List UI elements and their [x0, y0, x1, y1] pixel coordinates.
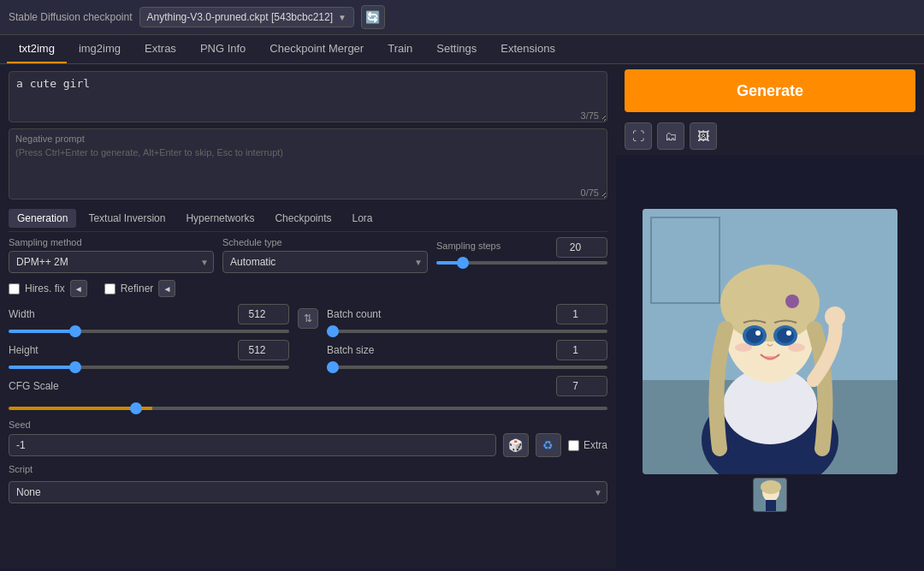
subtab-hypernetworks[interactable]: Hypernetworks — [177, 209, 263, 228]
batch-count-input[interactable] — [556, 304, 607, 324]
image-display — [616, 155, 924, 568]
cfg-scale-input[interactable] — [556, 376, 607, 396]
height-control: Height — [9, 340, 289, 369]
fullscreen-icon: ⛶ — [632, 129, 644, 143]
height-batch-size-row: Height Batch size — [9, 340, 607, 369]
width-slider[interactable] — [9, 330, 289, 333]
height-input[interactable] — [238, 340, 289, 360]
generate-area: Generate — [616, 64, 924, 117]
hires-refiner-row: Hires. fix ◄ Refiner ◄ — [9, 280, 607, 297]
svg-rect-22 — [766, 500, 776, 512]
save-image-icon: 🖼 — [697, 129, 709, 143]
sampling-steps-label: Sampling steps — [436, 241, 500, 251]
generate-button[interactable]: Generate — [625, 69, 915, 112]
subtab-lora[interactable]: Lora — [344, 209, 382, 228]
seed-row: Seed 🎲 ♻ Extra — [9, 419, 607, 457]
extra-seed-label: Extra — [583, 439, 607, 451]
width-label: Width — [9, 308, 103, 320]
tab-extras[interactable]: Extras — [133, 35, 188, 63]
subtab-checkpoints[interactable]: Checkpoints — [266, 209, 340, 228]
batch-size-label: Batch size — [327, 344, 421, 356]
negative-prompt-area: Negative prompt (Press Ctrl+Enter to gen… — [9, 128, 607, 202]
sampling-method-wrapper: DPM++ 2M Euler a Euler LMS ▼ — [9, 251, 214, 273]
schedule-type-label: Schedule type — [222, 237, 428, 247]
negative-prompt-input[interactable] — [9, 128, 607, 199]
subtab-textual-inversion[interactable]: Textual Inversion — [80, 209, 174, 228]
width-batch-count-row: Width ⇅ Batch count — [9, 304, 607, 333]
svg-point-16 — [785, 294, 799, 308]
schedule-type-select[interactable]: Automatic Uniform Karras — [222, 251, 428, 273]
svg-point-18 — [788, 343, 805, 352]
swap-icon: ⇅ — [304, 312, 312, 324]
width-input[interactable] — [238, 304, 289, 324]
batch-count-control: Batch count — [327, 304, 607, 333]
sampling-steps-input[interactable] — [556, 237, 607, 258]
dice-button[interactable]: 🎲 — [503, 433, 529, 457]
hires-fix-label: Hires. fix — [25, 283, 65, 294]
svg-point-11 — [746, 328, 763, 343]
sampling-method-select[interactable]: DPM++ 2M Euler a Euler LMS — [9, 251, 214, 273]
refresh-checkpoint-button[interactable]: 🔄 — [361, 5, 385, 29]
schedule-type-col: Schedule type Automatic Uniform Karras ▼ — [222, 237, 428, 273]
folder-icon: 🗂 — [665, 129, 677, 143]
tab-checkpoint-merger[interactable]: Checkpoint Merger — [258, 35, 376, 63]
tab-extensions[interactable]: Extensions — [489, 35, 567, 63]
batch-count-slider[interactable] — [327, 330, 607, 333]
thumbnail-1[interactable] — [753, 478, 787, 512]
cfg-scale-row: CFG Scale — [9, 376, 607, 413]
refiner-expand-button[interactable]: ◄ — [158, 280, 175, 297]
negative-prompt-label: Negative prompt — [15, 134, 85, 144]
prompt-token-count: 3/75 — [578, 110, 602, 122]
hires-fix-checkbox-row: Hires. fix ◄ — [9, 280, 87, 297]
refresh-icon: 🔄 — [365, 10, 380, 24]
generation-subtabs: Generation Textual Inversion Hypernetwor… — [9, 209, 607, 232]
anime-girl-svg — [643, 209, 897, 474]
chevron-down-icon: ▼ — [338, 13, 346, 22]
subtab-generation[interactable]: Generation — [9, 209, 76, 228]
height-slider[interactable] — [9, 366, 289, 369]
extra-seed-toggle[interactable]: Extra — [568, 439, 607, 451]
extra-seed-checkbox[interactable] — [568, 440, 579, 451]
fullscreen-button[interactable]: ⛶ — [625, 122, 652, 150]
main-layout: a cute girl 3/75 Negative prompt (Press … — [0, 64, 924, 568]
generation-controls: Sampling method DPM++ 2M Euler a Euler L… — [9, 237, 607, 503]
seed-input[interactable] — [9, 434, 496, 456]
hires-fix-expand-button[interactable]: ◄ — [70, 280, 87, 297]
script-select-wrapper: None Prompt matrix Prompts from file or … — [9, 481, 607, 503]
prompt-input[interactable]: a cute girl — [9, 71, 607, 122]
tab-txt2img[interactable]: txt2img — [7, 35, 67, 63]
tab-png-info[interactable]: PNG Info — [188, 35, 258, 63]
sampling-method-col: Sampling method DPM++ 2M Euler a Euler L… — [9, 237, 214, 273]
svg-point-13 — [755, 330, 761, 336]
schedule-type-wrapper: Automatic Uniform Karras ▼ — [222, 251, 428, 273]
checkpoint-label: Anything-V3.0-pruned.ckpt [543bcbc212] — [147, 11, 333, 23]
main-tabs: txt2img img2img Extras PNG Info Checkpoi… — [0, 35, 924, 64]
left-panel: a cute girl 3/75 Negative prompt (Press … — [0, 64, 616, 568]
save-image-button[interactable]: 🖼 — [690, 122, 717, 150]
script-row: Script None Prompt matrix Prompts from f… — [9, 464, 607, 503]
sampling-steps-slider[interactable] — [436, 261, 607, 265]
tab-train[interactable]: Train — [376, 35, 424, 63]
batch-size-slider[interactable] — [327, 366, 607, 369]
hires-fix-checkbox[interactable] — [9, 283, 20, 294]
svg-point-14 — [786, 330, 791, 336]
batch-size-input[interactable] — [556, 340, 607, 360]
batch-count-label: Batch count — [327, 308, 421, 320]
cfg-scale-slider[interactable] — [9, 407, 607, 410]
tab-settings[interactable]: Settings — [424, 35, 489, 63]
action-icons-row: ⛶ 🗂 🖼 — [616, 117, 924, 155]
checkpoint-dropdown[interactable]: Anything-V3.0-pruned.ckpt [543bcbc212] ▼ — [139, 7, 354, 27]
tab-img2img[interactable]: img2img — [67, 35, 133, 63]
dice-icon: 🎲 — [508, 438, 523, 452]
swap-dimensions-button[interactable]: ⇅ — [298, 308, 318, 329]
thumbnail-row — [749, 474, 791, 515]
cfg-scale-label: CFG Scale — [9, 380, 103, 392]
folder-button[interactable]: 🗂 — [657, 122, 684, 150]
height-label: Height — [9, 344, 103, 356]
svg-point-21 — [761, 480, 781, 494]
right-panel: Generate ⛶ 🗂 🖼 — [616, 64, 924, 568]
recycle-seed-button[interactable]: ♻ — [536, 433, 561, 457]
script-select[interactable]: None Prompt matrix Prompts from file or … — [9, 481, 607, 503]
refiner-checkbox[interactable] — [104, 283, 116, 294]
svg-point-17 — [735, 343, 752, 352]
